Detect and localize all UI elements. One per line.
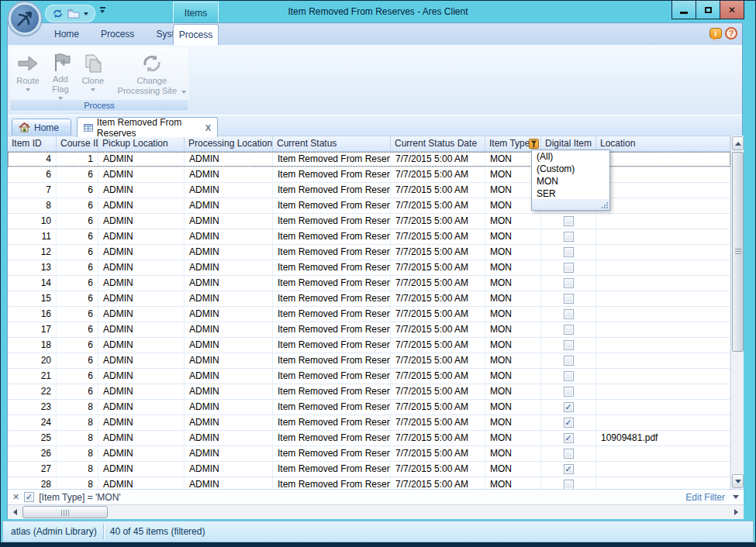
filter-history-dropdown-icon[interactable] bbox=[733, 495, 739, 499]
column-header-current-status-date[interactable]: Current Status Date bbox=[391, 136, 485, 151]
digital-item-checkbox[interactable] bbox=[564, 309, 574, 319]
close-tab-icon[interactable]: X bbox=[205, 123, 211, 132]
resize-grip-icon bbox=[601, 201, 608, 208]
location-cell: 10909481.pdf bbox=[596, 431, 730, 446]
ribbon-body: Route Add Flag bbox=[8, 45, 742, 115]
filter-enabled-checkbox[interactable]: ✓ bbox=[24, 492, 34, 502]
table-row[interactable]: 248ADMINADMINItem Removed From Reserves7… bbox=[8, 415, 730, 431]
table-row[interactable]: 76ADMINADMINItem Removed From Reserves7/… bbox=[8, 183, 730, 198]
edit-filter-link[interactable]: Edit Filter bbox=[685, 492, 725, 503]
horizontal-scrollbar[interactable] bbox=[8, 504, 744, 519]
digital-item-checkbox[interactable] bbox=[564, 387, 574, 397]
table-row[interactable]: 116ADMINADMINItem Removed From Reserves7… bbox=[8, 229, 730, 245]
cell: 6 bbox=[57, 338, 98, 353]
filter-icon[interactable] bbox=[529, 139, 539, 149]
table-row[interactable]: 258ADMINADMINItem Removed From Reserves7… bbox=[8, 431, 730, 446]
tab-process-contextual[interactable]: Process bbox=[173, 24, 219, 45]
digital-item-checkbox[interactable] bbox=[564, 325, 574, 335]
digital-item-checkbox[interactable]: ✓ bbox=[564, 433, 574, 443]
digital-item-checkbox[interactable] bbox=[564, 216, 574, 226]
table-row[interactable]: 66ADMINADMINItem Removed From Reserves7/… bbox=[8, 167, 730, 183]
ribbon-tab-row: HomeProcessSystem Process i ? bbox=[8, 23, 742, 45]
add-flag-button[interactable]: Add Flag bbox=[44, 49, 77, 100]
table-row[interactable]: 136ADMINADMINItem Removed From Reserves7… bbox=[8, 260, 730, 276]
cell: ADMIN bbox=[98, 322, 185, 337]
dropdown-resize-strip[interactable] bbox=[532, 199, 609, 210]
table-row[interactable]: 146ADMINADMINItem Removed From Reserves7… bbox=[8, 276, 730, 291]
cell: ADMIN bbox=[98, 245, 185, 260]
vertical-scrollbar[interactable] bbox=[730, 136, 744, 489]
digital-item-checkbox[interactable] bbox=[564, 294, 574, 304]
column-header-current-status[interactable]: Current Status bbox=[273, 136, 391, 151]
table-row[interactable]: 206ADMINADMINItem Removed From Reserves7… bbox=[8, 353, 730, 369]
digital-item-checkbox[interactable] bbox=[564, 247, 574, 257]
filter-option-ser[interactable]: SER bbox=[532, 187, 609, 200]
scroll-left-button[interactable] bbox=[9, 506, 22, 518]
table-row[interactable]: 268ADMINADMINItem Removed From Reserves7… bbox=[8, 446, 730, 462]
table-row[interactable]: 278ADMINADMINItem Removed From Reserves7… bbox=[8, 462, 730, 477]
folder-dropdown-icon[interactable] bbox=[84, 12, 88, 15]
digital-item-checkbox[interactable]: ✓ bbox=[564, 464, 574, 474]
clone-button[interactable]: Clone bbox=[77, 49, 109, 100]
digital-item-checkbox[interactable] bbox=[564, 480, 574, 489]
table-row[interactable]: 126ADMINADMINItem Removed From Reserves7… bbox=[8, 245, 730, 260]
ribbon-tab-process[interactable]: Process bbox=[90, 23, 145, 45]
close-button[interactable]: ✕ bbox=[720, 1, 744, 19]
maximize-button[interactable] bbox=[696, 1, 720, 19]
table-row[interactable]: 156ADMINADMINItem Removed From Reserves7… bbox=[8, 291, 730, 307]
column-header-location[interactable]: Location bbox=[596, 136, 730, 151]
scroll-up-button[interactable] bbox=[732, 136, 744, 150]
customize-qat-button[interactable] bbox=[100, 7, 105, 13]
remove-filter-icon[interactable]: ✕ bbox=[12, 492, 19, 502]
up-arrow-icon bbox=[735, 142, 741, 146]
vertical-scrollbar-thumb[interactable] bbox=[732, 152, 744, 352]
filter-option-mon[interactable]: MON bbox=[532, 175, 609, 187]
digital-item-checkbox[interactable] bbox=[564, 232, 574, 242]
application-menu-button[interactable] bbox=[9, 2, 41, 35]
table-row[interactable]: 216ADMINADMINItem Removed From Reserves7… bbox=[8, 369, 730, 384]
table-row[interactable]: 226ADMINADMINItem Removed From Reserves7… bbox=[8, 384, 730, 400]
cell: ADMIN bbox=[98, 260, 185, 275]
cell: Item Removed From Reserves bbox=[273, 167, 391, 182]
table-row[interactable]: 186ADMINADMINItem Removed From Reserves7… bbox=[8, 338, 730, 353]
digital-item-checkbox[interactable] bbox=[564, 371, 574, 381]
scroll-down-button[interactable] bbox=[732, 474, 744, 488]
digital-item-checkbox[interactable] bbox=[564, 449, 574, 459]
minimize-button[interactable] bbox=[671, 1, 696, 19]
table-row[interactable]: 41ADMINADMINItem Removed From Reserves7/… bbox=[8, 152, 730, 167]
digital-item-checkbox[interactable] bbox=[564, 356, 574, 366]
table-row[interactable]: 288ADMINADMINItem Removed From Reserves7… bbox=[8, 477, 730, 489]
filter-option-custom[interactable]: (Custom) bbox=[532, 163, 609, 175]
table-row[interactable]: 238ADMINADMINItem Removed From Reserves7… bbox=[8, 400, 730, 415]
digital-item-checkbox[interactable] bbox=[564, 340, 574, 350]
table-row[interactable]: 106ADMINADMINItem Removed From Reserves7… bbox=[8, 214, 730, 229]
table-row[interactable]: 176ADMINADMINItem Removed From Reserves7… bbox=[8, 322, 730, 338]
horizontal-scrollbar-thumb[interactable] bbox=[22, 506, 108, 518]
digital-item-checkbox[interactable]: ✓ bbox=[564, 418, 574, 428]
filter-option-all[interactable]: (All) bbox=[532, 150, 609, 163]
help-icon[interactable]: ? bbox=[725, 27, 737, 40]
tab-home[interactable]: Home bbox=[12, 119, 71, 136]
digital-item-checkbox[interactable] bbox=[564, 263, 574, 273]
column-header-course-id[interactable]: Course ID bbox=[57, 136, 98, 151]
change-processing-site-button[interactable]: Change Processing Site bbox=[117, 49, 187, 100]
route-button[interactable]: Route bbox=[12, 49, 44, 100]
folder-icon[interactable] bbox=[67, 9, 80, 19]
column-header-item-id[interactable]: Item ID bbox=[8, 136, 57, 151]
cell: 18 bbox=[8, 338, 57, 353]
info-icon[interactable]: i bbox=[709, 28, 722, 39]
table-row[interactable]: 166ADMINADMINItem Removed From Reserves7… bbox=[8, 307, 730, 322]
column-header-pickup-location[interactable]: Pickup Location bbox=[98, 136, 185, 151]
column-header-processing-location[interactable]: Processing Location bbox=[185, 136, 273, 151]
cell: 7/7/2015 5:00 AM bbox=[391, 276, 485, 291]
digital-item-checkbox[interactable]: ✓ bbox=[564, 402, 574, 412]
refresh-icon[interactable] bbox=[52, 8, 64, 19]
cell: ADMIN bbox=[185, 276, 273, 291]
status-item-count: 40 of 45 items (filtered) bbox=[110, 526, 205, 537]
table-row[interactable]: 86ADMINADMINItem Removed From Reserves7/… bbox=[8, 198, 730, 214]
cell: ADMIN bbox=[98, 291, 185, 306]
ribbon-tab-home[interactable]: Home bbox=[43, 23, 90, 45]
tab-item-removed-from-reserves[interactable]: Item Removed From Reserves X bbox=[77, 117, 218, 137]
scroll-right-button[interactable] bbox=[730, 506, 743, 518]
digital-item-checkbox[interactable] bbox=[564, 278, 574, 288]
